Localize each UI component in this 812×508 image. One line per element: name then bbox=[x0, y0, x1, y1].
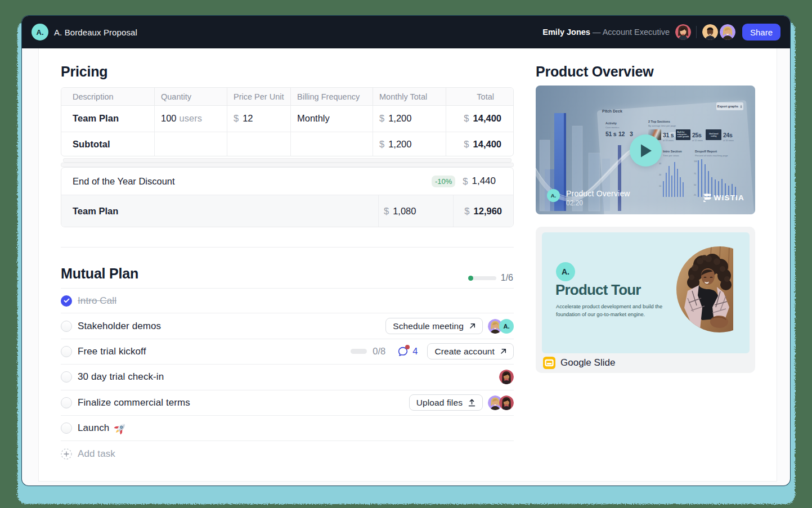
subtask-progress-bar bbox=[351, 349, 367, 354]
cell-description: Team Plan bbox=[61, 106, 154, 132]
currency-sign: $ bbox=[384, 206, 389, 217]
cell-billing: Monthly bbox=[290, 106, 373, 132]
cell-quantity-unit: users bbox=[180, 113, 202, 124]
google-slides-icon bbox=[543, 357, 555, 369]
create-account-button[interactable]: Create account bbox=[427, 343, 514, 359]
product-overview-heading: Product Overview bbox=[536, 63, 653, 80]
pricing-heading: Pricing bbox=[61, 63, 107, 80]
table-row-discount: End of the Year Discount -10% $1,440 bbox=[61, 168, 513, 195]
checkbox-unchecked[interactable] bbox=[61, 371, 72, 383]
col-total: Total bbox=[446, 88, 513, 105]
checkbox-unchecked[interactable] bbox=[61, 321, 72, 332]
avatar-initial: A. bbox=[499, 319, 514, 334]
cell-monthly-total: 1,200 bbox=[388, 113, 411, 124]
task-row-launch: Launch bbox=[61, 416, 514, 441]
rocket-emoji bbox=[114, 422, 127, 435]
subtask-count: 0/8 bbox=[373, 346, 385, 357]
upload-icon bbox=[468, 399, 475, 407]
task-row-finalize-terms: Finalize commercial terms Upload files bbox=[61, 390, 514, 416]
share-button[interactable]: Share bbox=[742, 24, 780, 41]
play-icon bbox=[640, 143, 652, 158]
button-label: Create account bbox=[434, 347, 495, 357]
task-row-stakeholder-demos: Stakeholder demos Schedule meeting A. bbox=[61, 313, 514, 339]
task-row-30-day-trial: 30 day trial check-in bbox=[61, 365, 514, 390]
cell-price: 12 bbox=[243, 113, 253, 124]
col-price-per-unit: Price Per Unit bbox=[227, 88, 290, 105]
avatar-dark-haired-woman bbox=[499, 395, 514, 410]
cell-description: Subtotal bbox=[61, 132, 154, 157]
video-caption: A. Product Overview 02:20 bbox=[547, 189, 630, 207]
checkbox-unchecked[interactable] bbox=[61, 346, 72, 357]
button-label: Upload files bbox=[416, 398, 463, 408]
slide-avatar: A. bbox=[556, 262, 575, 281]
schedule-meeting-button[interactable]: Schedule meeting bbox=[385, 318, 483, 334]
task-label: Finalize commercial terms bbox=[78, 397, 190, 408]
col-description: Description bbox=[61, 88, 154, 105]
proposal-sheet: Pricing Description Quantity Price Per U… bbox=[38, 48, 777, 482]
video-duration: 02:20 bbox=[566, 199, 630, 207]
wistia-video-thumbnail[interactable]: 402010 100755025 Pitch Deck Export graph… bbox=[536, 86, 755, 214]
avatar-dark-haired-woman bbox=[499, 370, 514, 384]
account-owner: Emily Jones — Account Executive bbox=[542, 28, 670, 37]
col-billing-frequency: Billing Frequency bbox=[290, 88, 373, 105]
progress-count: 1/6 bbox=[501, 273, 513, 283]
account-owner-name: Emily Jones bbox=[542, 28, 590, 37]
table-row-discounted-plan: Team Plan $1,080 $12,960 bbox=[61, 195, 513, 227]
slide-preview: A. Product Tour Accelerate product devel… bbox=[542, 232, 750, 353]
table-spacer bbox=[61, 163, 514, 167]
table-spacer bbox=[63, 158, 512, 163]
currency-sign: $ bbox=[379, 139, 384, 150]
currency-sign: $ bbox=[463, 176, 468, 187]
discount-badge: -10% bbox=[432, 176, 455, 187]
workspace-avatar: A. bbox=[32, 24, 48, 41]
currency-sign: $ bbox=[379, 113, 384, 124]
upload-files-button[interactable]: Upload files bbox=[409, 394, 483, 411]
account-owner-role: — Account Executive bbox=[593, 28, 670, 37]
checkbox-unchecked[interactable] bbox=[61, 397, 72, 408]
pricing-table: Description Quantity Price Per Unit Bill… bbox=[61, 87, 514, 156]
discount-table: End of the Year Discount -10% $1,440 Tea… bbox=[61, 167, 514, 227]
comments-icon[interactable] bbox=[397, 346, 409, 357]
cell-monthly-total: 1,080 bbox=[393, 206, 416, 217]
task-label: Intro Call bbox=[78, 295, 116, 307]
app-window: A. A. Bordeaux Proposal Emily Jones — Ac… bbox=[22, 16, 790, 485]
task-label: Launch bbox=[78, 422, 109, 434]
video-title: Product Overview bbox=[566, 189, 630, 198]
add-task-icon[interactable] bbox=[61, 448, 72, 460]
google-slide-card[interactable]: A. Product Tour Accelerate product devel… bbox=[536, 227, 755, 373]
currency-sign: $ bbox=[464, 139, 469, 150]
task-label: Add task bbox=[78, 448, 115, 460]
currency-sign: $ bbox=[464, 206, 469, 217]
avatar-emily-jones bbox=[675, 24, 691, 40]
avatar-blonde-woman bbox=[720, 24, 735, 40]
cell-quantity: 100 bbox=[161, 113, 177, 124]
task-row-free-trial-kickoff: Free trial kickoff 0/8 4 Create account bbox=[61, 339, 514, 365]
cell-total: 14,400 bbox=[473, 139, 501, 150]
section-divider bbox=[61, 247, 514, 248]
slide-source: Google Slide bbox=[543, 357, 615, 369]
checkbox-unchecked[interactable] bbox=[61, 422, 72, 434]
avatar-man bbox=[702, 24, 718, 40]
currency-sign: $ bbox=[234, 113, 239, 124]
task-row-intro-call: Intro Call bbox=[61, 288, 514, 313]
slide-source-label: Google Slide bbox=[560, 357, 615, 368]
wistia-logo: WISTIA bbox=[703, 194, 744, 202]
table-row-subtotal: Subtotal $1,200 $14,400 bbox=[61, 132, 513, 157]
discount-label: End of the Year Discount bbox=[73, 176, 175, 187]
task-label: Stakeholder demos bbox=[78, 321, 161, 332]
task-row-add-task[interactable]: Add task bbox=[61, 441, 514, 466]
task-list: Intro Call Stakeholder demos Schedule me… bbox=[61, 288, 514, 467]
col-quantity: Quantity bbox=[154, 88, 227, 105]
video-caption-avatar: A. bbox=[547, 189, 560, 202]
wistia-wordmark: WISTIA bbox=[714, 194, 744, 202]
arrow-up-right-icon bbox=[500, 348, 506, 354]
cell-description: Team Plan bbox=[61, 195, 378, 227]
play-button[interactable] bbox=[630, 134, 662, 167]
comment-count: 4 bbox=[412, 346, 418, 357]
task-label: Free trial kickoff bbox=[78, 346, 146, 357]
slide-description: Accelerate product development and build… bbox=[556, 303, 669, 318]
col-monthly-total: Monthly Total bbox=[373, 88, 446, 105]
task-label: 30 day trial check-in bbox=[78, 371, 164, 383]
checkbox-checked[interactable] bbox=[61, 295, 72, 307]
progress-fill bbox=[468, 276, 473, 281]
